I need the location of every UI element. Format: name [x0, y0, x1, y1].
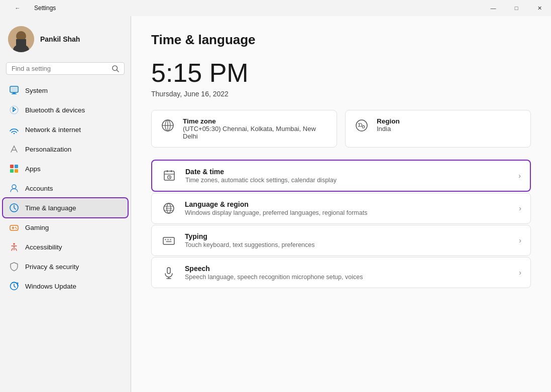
typing-text: Typing Touch keyboard, text suggestions,…: [185, 232, 511, 248]
region-title: Region: [377, 117, 400, 125]
setting-item-typing[interactable]: Typing Touch keyboard, text suggestions,…: [151, 225, 531, 256]
close-button[interactable]: ✕: [528, 0, 551, 16]
maximize-button[interactable]: □: [505, 0, 528, 16]
privacy-icon: [9, 262, 19, 272]
svg-point-21: [15, 227, 16, 228]
date-time-title: Date & time: [185, 168, 510, 176]
typing-chevron: ›: [519, 236, 521, 244]
svg-point-11: [14, 133, 15, 134]
gaming-icon: [9, 222, 19, 232]
sidebar: Pankil Shah System: [0, 16, 131, 392]
timezone-card: Time zone (UTC+05:30) Chennai, Kolkata, …: [151, 110, 337, 148]
speech-title: Speech: [185, 265, 511, 273]
svg-rect-14: [10, 169, 14, 173]
minimize-button[interactable]: —: [482, 0, 505, 16]
time-display: 5:15 PM: [151, 60, 531, 86]
sidebar-item-personalization-label: Personalization: [25, 146, 71, 153]
svg-rect-39: [165, 239, 166, 240]
svg-point-23: [13, 243, 15, 245]
svg-rect-15: [15, 169, 18, 173]
svg-rect-43: [167, 268, 170, 274]
sidebar-item-system[interactable]: System: [3, 81, 128, 100]
date-time-text: Date & time Time zones, automatic clock …: [185, 168, 510, 184]
speech-text: Speech Speech language, speech recogniti…: [185, 265, 511, 281]
search-input[interactable]: [12, 65, 108, 72]
date-time-chevron: ›: [518, 172, 521, 180]
sidebar-item-time-language[interactable]: Time & language: [3, 198, 128, 217]
back-button[interactable]: ←: [6, 0, 29, 16]
system-icon: [9, 85, 19, 95]
apps-icon: [9, 164, 19, 174]
language-desc: Windows display language, preferred lang…: [185, 209, 511, 216]
titlebar-left: ← Settings: [6, 0, 56, 16]
time-icon: [9, 203, 19, 213]
typing-title: Typing: [185, 232, 511, 240]
sidebar-item-accessibility[interactable]: Accessibility: [3, 237, 128, 256]
svg-rect-41: [170, 239, 171, 240]
region-value: India: [377, 125, 400, 133]
sidebar-item-gaming[interactable]: Gaming: [3, 218, 128, 237]
typing-desc: Touch keyboard, text suggestions, prefer…: [185, 241, 511, 248]
typing-icon: [161, 232, 177, 248]
setting-item-speech[interactable]: Speech Speech language, speech recogniti…: [151, 257, 531, 288]
sidebar-item-update[interactable]: Windows Update: [3, 277, 128, 296]
sidebar-item-personalization[interactable]: Personalization: [3, 140, 128, 159]
sidebar-item-accounts[interactable]: Accounts: [3, 179, 128, 198]
user-profile[interactable]: Pankil Shah: [0, 16, 131, 60]
current-time: 5:15 PM: [151, 60, 531, 86]
setting-item-language[interactable]: Language & region Windows display langua…: [151, 193, 531, 224]
language-chevron: ›: [519, 204, 521, 212]
region-card: Region India: [345, 110, 531, 148]
current-date: Thursday, June 16, 2022: [151, 90, 531, 98]
sidebar-item-apps[interactable]: Apps: [3, 159, 128, 178]
svg-rect-3: [16, 39, 26, 47]
svg-rect-8: [13, 93, 16, 94]
avatar: [8, 26, 34, 52]
timezone-title: Time zone: [183, 117, 328, 125]
svg-point-10: [10, 106, 18, 114]
accounts-icon: [9, 183, 19, 193]
app-body: Pankil Shah System: [0, 16, 551, 392]
svg-rect-32: [167, 170, 168, 172]
sidebar-nav: System Bluetooth & devices: [0, 81, 131, 296]
sidebar-item-apps-label: Apps: [25, 165, 41, 173]
date-time-icon: [161, 168, 177, 184]
language-icon: [161, 200, 177, 216]
svg-rect-42: [166, 241, 172, 242]
sidebar-item-network[interactable]: Network & internet: [3, 120, 128, 139]
titlebar-controls: — □ ✕: [482, 0, 551, 16]
speech-chevron: ›: [519, 269, 521, 277]
timezone-content: Time zone (UTC+05:30) Chennai, Kolkata, …: [183, 117, 328, 140]
language-text: Language & region Windows display langua…: [185, 200, 511, 216]
speech-icon: [161, 265, 177, 281]
sidebar-item-time-label: Time & language: [25, 204, 76, 212]
sidebar-item-accessibility-label: Accessibility: [25, 243, 62, 251]
titlebar: ← Settings — □ ✕: [0, 0, 551, 16]
search-icon: [112, 65, 119, 72]
sidebar-item-accounts-label: Accounts: [25, 185, 53, 192]
main-content: Time & language 5:15 PM Thursday, June 1…: [131, 16, 551, 392]
region-icon: [354, 117, 370, 134]
accessibility-icon: [9, 242, 19, 252]
settings-list: Date & time Time zones, automatic clock …: [151, 160, 531, 288]
sidebar-item-bluetooth-label: Bluetooth & devices: [25, 106, 85, 114]
svg-rect-33: [171, 170, 172, 172]
svg-point-22: [16, 228, 17, 229]
titlebar-title: Settings: [34, 5, 56, 12]
region-content: Region India: [377, 117, 400, 133]
user-name: Pankil Shah: [40, 35, 80, 43]
update-icon: [9, 281, 19, 291]
sidebar-item-privacy-label: Privacy & security: [25, 263, 79, 271]
info-row: Time zone (UTC+05:30) Chennai, Kolkata, …: [151, 110, 531, 148]
timezone-value: (UTC+05:30) Chennai, Kolkata, Mumbai, Ne…: [183, 125, 328, 140]
date-time-desc: Time zones, automatic clock settings, ca…: [185, 177, 510, 184]
sidebar-item-system-label: System: [25, 87, 48, 94]
svg-rect-7: [11, 87, 17, 91]
bluetooth-icon: [9, 105, 19, 115]
sidebar-item-privacy[interactable]: Privacy & security: [3, 257, 128, 276]
svg-line-5: [117, 70, 119, 72]
search-bar[interactable]: [6, 62, 125, 75]
setting-item-date-time[interactable]: Date & time Time zones, automatic clock …: [151, 160, 531, 192]
svg-rect-12: [10, 165, 14, 168]
sidebar-item-bluetooth[interactable]: Bluetooth & devices: [3, 100, 128, 119]
